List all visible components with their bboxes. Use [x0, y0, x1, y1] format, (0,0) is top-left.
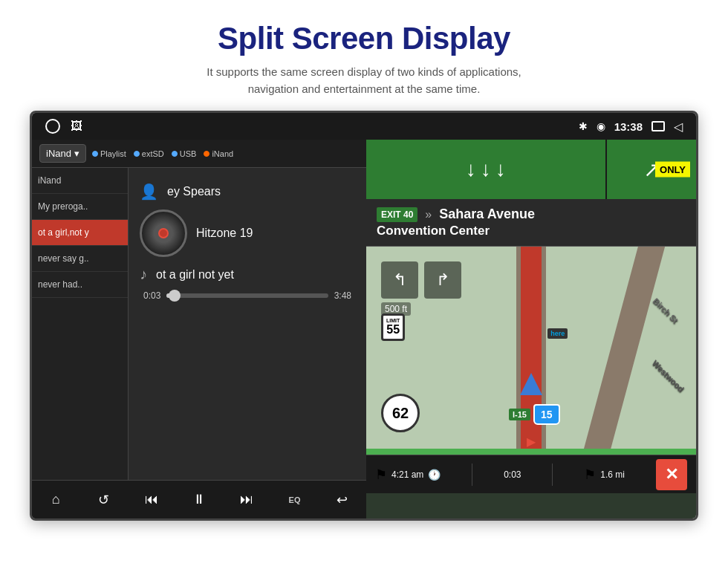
- player-main: 👤 ey Spears Hitzone 19: [129, 168, 366, 480]
- location-icon: ◉: [597, 120, 605, 132]
- source-option-playlist-label: Playlist: [100, 149, 126, 158]
- disc-inner: [158, 228, 169, 238]
- status-right-icons: ✱ ◉ 13:38 ◁: [579, 120, 683, 134]
- page-wrapper: Split Screen Display It supports the sam…: [0, 0, 728, 521]
- progress-thumb: [169, 290, 181, 302]
- progress-bar[interactable]: [166, 293, 328, 298]
- artist-row: 👤 ey Spears: [140, 183, 355, 201]
- bluetooth-icon: ✱: [579, 120, 588, 132]
- playlist-sidebar: iNand My preroga.. ot a girl,not y never…: [32, 168, 129, 480]
- playlist-item-3[interactable]: never say g..: [32, 246, 128, 272]
- repeat-button[interactable]: ↺: [90, 487, 117, 513]
- turn-distance: 500 ft: [385, 304, 407, 314]
- back-button[interactable]: ↩: [329, 487, 356, 513]
- source-dropdown[interactable]: iNand ▾: [39, 144, 86, 163]
- radio-dot-inand: [204, 151, 209, 157]
- arrow-down-1-icon: ↓: [466, 157, 476, 181]
- here-logo: here: [547, 328, 568, 339]
- album-name: Hitzone 19: [196, 227, 253, 240]
- time-total: 3:48: [334, 290, 351, 301]
- limit-number: 55: [386, 323, 400, 336]
- status-time: 13:38: [614, 120, 643, 133]
- source-option-usb[interactable]: USB: [172, 149, 197, 158]
- navigation-panel: ↓ ↓ ↓ ↗ ONLY EXIT 40 » Sahara Avenue: [366, 140, 696, 518]
- highway-number: 15: [533, 404, 560, 425]
- flag-start-icon: ⚑: [375, 466, 387, 483]
- turn-icon-right: ↱: [424, 261, 461, 299]
- source-label: iNand: [46, 148, 71, 159]
- main-content: iNand ▾ Playlist extSD: [32, 140, 696, 518]
- duration-text: 0:03: [504, 469, 521, 480]
- nav-sign-left: ↓ ↓ ↓: [366, 140, 607, 199]
- status-left-icons: 🖼: [45, 119, 82, 134]
- prev-button[interactable]: ⏮: [138, 487, 165, 513]
- page-title: Split Screen Display: [15, 21, 713, 56]
- exit-number: EXIT 40: [377, 207, 417, 222]
- source-bar: iNand ▾ Playlist extSD: [32, 140, 366, 168]
- page-subtitle: It supports the same screen display of t…: [15, 64, 713, 97]
- arrow-down-3-icon: ↓: [495, 157, 506, 181]
- source-option-extsd-label: extSD: [142, 149, 164, 158]
- nav-close-button[interactable]: ✕: [656, 459, 687, 490]
- source-option-inand[interactable]: iNand: [204, 149, 233, 158]
- speed-limit-sign: LIMIT 55: [381, 313, 405, 341]
- source-option-playlist[interactable]: Playlist: [92, 149, 126, 158]
- playlist-item-4[interactable]: never had..: [32, 272, 128, 298]
- remaining-distance: 1.6 mi: [600, 469, 625, 480]
- only-label: ONLY: [655, 162, 690, 178]
- artist-name: ey Spears: [167, 185, 221, 198]
- next-button[interactable]: ⏭: [233, 487, 260, 513]
- playlist-item-inand[interactable]: iNand: [32, 168, 128, 194]
- radio-dot-extsd: [134, 151, 140, 157]
- clock-icon: 🕐: [428, 469, 441, 481]
- eta-block: ⚑ 4:21 am 🕐: [375, 466, 441, 483]
- chevron-down-icon: ▾: [74, 148, 79, 159]
- device-frame: 🖼 ✱ ◉ 13:38 ◁ iNand ▾: [30, 111, 698, 521]
- source-option-inand-label: iNand: [212, 149, 233, 158]
- nav-exit-bar: EXIT 40 » Sahara Avenue Convention Cente…: [366, 199, 696, 247]
- arrow-down-2-icon: ↓: [481, 157, 491, 181]
- disc-outer: [140, 209, 187, 257]
- playlist-area: iNand My preroga.. ot a girl,not y never…: [32, 168, 366, 480]
- duration-block: 0:03: [504, 469, 521, 480]
- track-info: 👤 ey Spears Hitzone 19: [140, 183, 355, 283]
- eta-time: 4:21 am: [391, 469, 423, 480]
- source-option-extsd[interactable]: extSD: [134, 149, 164, 158]
- exit-line1: EXIT 40 » Sahara Avenue: [377, 207, 686, 222]
- nav-bottom-bar: ⚑ 4:21 am 🕐 0:03 ⚑ 1.6 mi ✕: [366, 455, 696, 493]
- turn-icon-left: ↰: [381, 261, 418, 299]
- time-current: 0:03: [143, 290, 160, 301]
- highway-name: I-15: [509, 409, 530, 420]
- playlist-item-2[interactable]: ot a girl,not y: [32, 220, 128, 246]
- song-title: ot a girl not yet: [156, 268, 234, 282]
- artist-icon: 👤: [140, 183, 158, 201]
- remaining-block: ⚑ 1.6 mi: [584, 466, 625, 483]
- disc-icon: [140, 209, 187, 257]
- progress-area: 0:03 3:48: [140, 283, 355, 308]
- radio-dot-usb: [172, 151, 178, 157]
- nav-divider-2: [552, 464, 553, 486]
- title-row: ♪ ot a girl not yet: [140, 266, 355, 283]
- map-area: ↰ ↱ 500 ft LIMIT 55 here Birc: [366, 247, 696, 455]
- speed-display: 62: [381, 394, 420, 432]
- source-options: Playlist extSD USB iNand: [92, 149, 233, 158]
- vehicle-position: [520, 373, 542, 395]
- screen-icon: [651, 121, 665, 131]
- music-player-panel: iNand ▾ Playlist extSD: [32, 140, 366, 518]
- status-bar: 🖼 ✱ ◉ 13:38 ◁: [32, 113, 696, 140]
- playlist-item-1[interactable]: My preroga..: [32, 194, 128, 220]
- header: Split Screen Display It supports the sam…: [0, 0, 728, 111]
- home-button[interactable]: ⌂: [42, 487, 69, 513]
- red-arrow-icon: ▶: [527, 435, 536, 449]
- arrow-right-icon: »: [425, 208, 432, 221]
- nav-top-signs: ↓ ↓ ↓ ↗ ONLY: [366, 140, 696, 199]
- flag-end-icon: ⚑: [584, 466, 596, 483]
- controls-bar: ⌂ ↺ ⏮ ⏸ ⏭ EQ ↩: [32, 480, 366, 518]
- image-icon: 🖼: [71, 120, 82, 133]
- back-icon: ◁: [674, 120, 683, 134]
- pause-button[interactable]: ⏸: [186, 487, 212, 513]
- android-circle-icon: [45, 119, 60, 134]
- highway-sign: I-15 15: [509, 404, 560, 425]
- eq-button[interactable]: EQ: [282, 487, 308, 513]
- turn-icons: ↰ ↱: [381, 261, 461, 299]
